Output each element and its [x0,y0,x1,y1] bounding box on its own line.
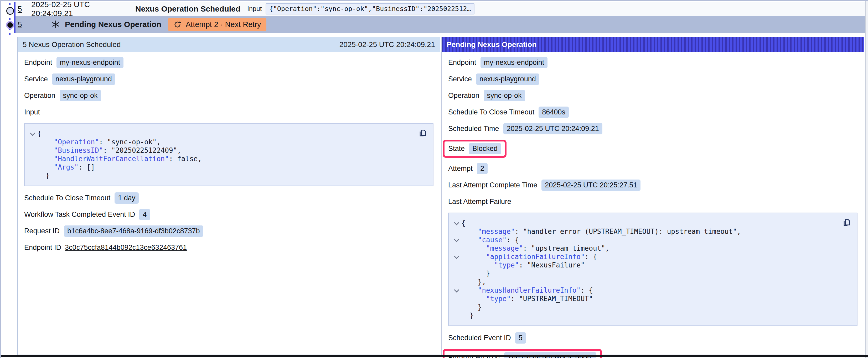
event-id-link[interactable]: 5 [18,20,28,29]
code-text: } [37,171,50,180]
json-key: "HandlerWaitForCancellation" [54,155,169,163]
code-text: "HandlerWaitForCancellation": false, [37,155,202,163]
chevron-down-icon[interactable] [452,236,461,244]
field-row-workflow-task-completed-event-id: Workflow Task Completed Event ID4 [24,209,433,220]
field-value-badge: Blocked [469,143,501,154]
field-value-badge: 2025-02-25 UTC 20:25:27.51 [541,180,641,191]
field-row-last-attempt-failure: Last Attempt Failure [448,196,858,207]
json-value: { [37,130,41,137]
field-row-schedule-to-close-timeout: Schedule To Close Timeout86400s [448,106,858,118]
card-title: Pending Nexus Operation [446,40,536,49]
field-label: Workflow Task Completed Event ID [24,210,135,219]
json-value: } [469,312,474,319]
field-label: Input [24,108,40,116]
json-value: { [461,219,466,227]
json-value: } [45,172,50,180]
event-detail-panels: 5 Nexus Operation Scheduled 2025-02-25 U… [17,37,864,355]
field-value-badge: 5 [515,332,526,344]
json-value: } [478,303,482,311]
code-text: "message": "upstream timeout", [461,244,610,253]
json-key: "BusinessID" [54,147,103,154]
field-row-operation: Operationsync-op-ok [24,90,433,101]
pending-operation-card: Pending Nexus Operation Endpointmy-nexus… [441,37,864,355]
code-line: } [28,171,414,180]
code-text: "type": "UPSTREAM_TIMEOUT" [461,294,593,303]
code-gutter [452,244,461,253]
code-line: } [452,311,839,320]
field-row-request-id: Request IDb1c6a4bc-8ee7-468a-9169-df3b02… [24,225,433,237]
chevron-down-icon[interactable] [452,253,461,261]
attempt-retry-badge: Attempt 2 · Next Retry [168,18,267,31]
json-value: : "handler error (UPSTREAM_TIMEOUT): ups… [515,228,741,235]
code-line: "nexusHandlerFailureInfo": { [452,286,839,294]
scheduled-event-card: 5 Nexus Operation Scheduled 2025-02-25 U… [17,37,440,355]
json-key: "message" [478,228,515,235]
code-line: "Args": [] [28,163,414,171]
field-row-service: Servicenexus-playground [448,73,858,85]
code-gutter [452,303,461,311]
field-label: Schedule To Close Timeout [24,194,110,202]
field-label: Service [448,75,472,83]
field-row-input: Input [24,106,433,118]
code-line: { [452,219,839,227]
code-line: "message": "upstream timeout", [452,244,839,253]
code-text: "applicationFailureInfo": { [461,253,597,261]
event-row-nexus-operation-scheduled[interactable]: 5 2025-02-25 UTC 20:24:09.21 Nexus Opera… [16,2,866,16]
json-value: : [] [79,163,95,171]
code-text: "Operation": "sync-op-ok", [37,138,161,146]
code-text: } [461,269,490,278]
code-text: "type": "NexusFailure" [461,261,585,269]
field-label: Attempt [448,165,473,173]
field-value-badge: 4 [139,209,150,220]
event-detail-label: Input [247,5,262,12]
json-key: "nexusHandlerFailureInfo" [478,286,581,294]
copy-button[interactable] [418,128,428,139]
json-value: : "NexusFailure" [519,261,585,269]
field-label: Request ID [24,227,60,235]
event-title: Nexus Operation Scheduled [135,4,240,13]
field-value-badge: 2 [477,163,488,174]
field-label: Operation [24,92,56,100]
field-value-badge: nexus-playground [476,73,539,85]
chevron-down-icon[interactable] [28,129,37,138]
field-value-link[interactable]: 3c0c75ccfa8144b092c13ce632463761 [65,243,187,252]
json-value: : { [585,253,597,261]
code-text: }, [461,278,486,286]
code-gutter [28,146,37,155]
code-text: "BusinessID": "20250225122409", [37,146,181,155]
scrollbar-gutter[interactable] [865,1,868,358]
copy-button[interactable] [842,217,852,228]
code-text: "nexusHandlerFailureInfo": { [461,286,593,294]
field-label: Last Attempt Failure [448,198,511,206]
code-text: { [37,129,41,138]
pending-operation-title: Pending Nexus Operation [65,20,161,29]
field-row-endpoint-id: Endpoint ID3c0c75ccfa8144b092c13ce632463… [24,242,433,253]
code-text: { [461,219,466,227]
json-key: "Operation" [54,138,99,146]
field-label: Operation [448,92,479,100]
json-key: "type" [486,295,511,303]
chevron-down-icon[interactable] [452,286,461,294]
code-gutter [452,311,461,320]
code-text: "message": "handler error (UPSTREAM_TIME… [461,227,741,236]
field-row-scheduled-time: Scheduled Time2025-02-25 UTC 20:24:09.21 [448,123,858,134]
event-node-open-circle-icon[interactable] [6,7,14,15]
code-line: "applicationFailureInfo": { [452,253,839,261]
event-id-link[interactable]: 5 [18,4,28,13]
code-gutter [452,227,461,236]
event-input-preview-chip: {"Operation":"sync-op-ok","BusinessID":"… [266,3,475,14]
field-row-operation: Operationsync-op-ok [448,90,858,101]
event-node-current-dot-icon[interactable] [7,22,13,28]
event-row-pending-nexus-operation[interactable]: 5 Pending Nexus Operation Attempt 2 [16,16,866,33]
code-line: "cause": { [452,236,839,244]
field-value-badge: sync-op-ok [484,90,525,101]
code-gutter [452,269,461,278]
field-label: Scheduled Event ID [448,334,511,342]
last-attempt-failure-json-viewer: {"message": "handler error (UPSTREAM_TIM… [448,213,858,326]
field-row-scheduled-event-id: Scheduled Event ID5 [448,332,858,344]
code-line: "HandlerWaitForCancellation": false, [28,155,414,163]
event-timeline [3,2,16,36]
code-gutter [28,171,37,180]
json-value: }, [478,278,486,286]
chevron-down-icon[interactable] [452,219,461,227]
